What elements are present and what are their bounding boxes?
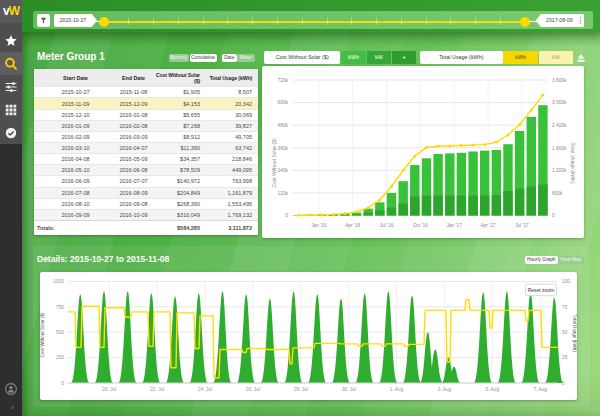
svg-text:26. Jul: 26. Jul (246, 387, 260, 392)
svg-text:120k: 120k (278, 191, 289, 196)
svg-text:3. Aug: 3. Aug (438, 387, 452, 392)
svg-text:720k: 720k (278, 78, 289, 83)
svg-text:500: 500 (56, 330, 64, 335)
svg-text:24. Jul: 24. Jul (198, 387, 212, 392)
svg-text:600k: 600k (278, 100, 289, 105)
svg-text:360k: 360k (278, 146, 289, 151)
svg-text:250: 250 (56, 355, 64, 360)
svg-text:Reset zoom: Reset zoom (528, 286, 555, 292)
svg-text:750: 750 (56, 304, 64, 309)
svg-text:20. Jul: 20. Jul (102, 387, 116, 392)
svg-text:75: 75 (562, 304, 568, 309)
svg-text:Cost Without Solar ($): Cost Without Solar ($) (271, 138, 277, 188)
svg-text:Jan '16: Jan '16 (311, 223, 327, 228)
svg-text:Jul '17: Jul '17 (515, 223, 529, 228)
svg-text:7. Aug: 7. Aug (533, 387, 547, 392)
svg-text:0: 0 (562, 380, 565, 385)
svg-text:Total Usage (kWh): Total Usage (kWh) (572, 314, 577, 352)
svg-text:1 800k: 1 800k (552, 146, 567, 151)
svg-text:30. Jul: 30. Jul (342, 387, 356, 392)
svg-text:240k: 240k (278, 168, 289, 173)
svg-text:50: 50 (562, 330, 568, 335)
svg-text:1000: 1000 (53, 279, 64, 284)
svg-text:22. Jul: 22. Jul (150, 387, 164, 392)
svg-text:Jan '17: Jan '17 (447, 223, 463, 228)
svg-text:Jul '16: Jul '16 (380, 223, 394, 228)
svg-text:0: 0 (552, 213, 555, 218)
svg-text:100: 100 (562, 279, 570, 284)
svg-text:1. Aug: 1. Aug (390, 387, 404, 392)
svg-text:480k: 480k (278, 123, 289, 128)
svg-text:5. Aug: 5. Aug (485, 387, 499, 392)
svg-text:0: 0 (61, 380, 64, 385)
svg-text:28. Jul: 28. Jul (294, 387, 308, 392)
svg-text:Total Usage (kWh): Total Usage (kWh) (570, 142, 576, 183)
svg-text:3 600k: 3 600k (552, 78, 567, 83)
svg-text:Cost Without Solar ($): Cost Without Solar ($) (40, 311, 45, 357)
svg-text:Apr '17: Apr '17 (480, 223, 495, 228)
svg-text:2 400k: 2 400k (552, 123, 567, 128)
svg-text:600k: 600k (552, 191, 563, 196)
svg-text:1 200k: 1 200k (552, 168, 567, 173)
svg-text:Apr '16: Apr '16 (345, 223, 360, 228)
svg-text:3 000k: 3 000k (552, 100, 567, 105)
svg-text:Oct '16: Oct '16 (413, 223, 428, 228)
svg-text:0: 0 (285, 213, 288, 218)
svg-text:25: 25 (562, 355, 568, 360)
